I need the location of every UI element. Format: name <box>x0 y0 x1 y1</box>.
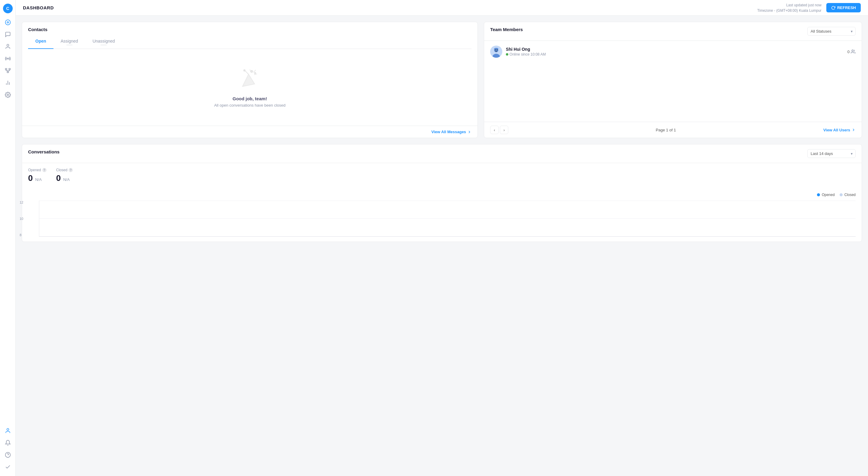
view-all-users-link[interactable]: View All Users <box>823 128 856 132</box>
refresh-button[interactable]: REFRESH <box>826 3 861 12</box>
gridline-2 <box>39 218 856 219</box>
svg-rect-4 <box>5 69 7 70</box>
avatar-person-icon <box>490 45 502 58</box>
legend-closed: Closed <box>840 193 856 197</box>
y-label-8: 8 <box>20 233 23 237</box>
contacts-card-header: Contacts Open Assigned Unassigned <box>22 22 477 49</box>
opened-stat: Opened ? 0 N/A <box>28 168 46 183</box>
team-members-title: Team Members <box>490 27 523 32</box>
svg-rect-6 <box>7 71 8 73</box>
opened-info-icon[interactable]: ? <box>42 168 46 172</box>
period-filter-select[interactable]: Last 14 days Last 7 days Last 30 days <box>807 149 856 158</box>
sidebar: C <box>0 0 16 476</box>
member-status: Online since 10:08 AM <box>506 52 844 57</box>
sidebar-item-chat[interactable] <box>2 29 13 40</box>
page-title: DASHBOARD <box>23 5 54 10</box>
tab-assigned[interactable]: Assigned <box>54 36 86 49</box>
legend-closed-label: Closed <box>844 193 856 197</box>
sidebar-item-contacts[interactable] <box>2 41 13 52</box>
closed-info-icon[interactable]: ? <box>68 168 73 172</box>
tab-open-label: Open <box>35 39 46 43</box>
member-avatar <box>490 45 502 58</box>
contacts-empty-state: Good job, team! All open conversations h… <box>22 49 477 126</box>
people-icon <box>851 49 856 54</box>
sidebar-item-settings[interactable] <box>2 89 13 100</box>
closed-stat: Closed ? 0 N/A <box>56 168 73 183</box>
sidebar-item-notifications[interactable] <box>2 437 13 448</box>
sidebar-item-reports[interactable] <box>2 77 13 88</box>
status-filter-select[interactable]: All Statuses Online Offline Busy <box>807 27 856 36</box>
closed-na: N/A <box>63 177 70 182</box>
tab-assigned-indicator <box>66 45 72 45</box>
page-navigation: ‹ › <box>490 126 508 134</box>
team-member-row: Shi Hui Ong Online since 10:08 AM 0 <box>484 41 862 63</box>
party-popper-icon <box>238 67 262 91</box>
last-updated-text: Last updated just now <box>757 2 822 8</box>
legend-opened: Opened <box>817 193 835 197</box>
chart-legend: Opened Closed <box>28 193 856 197</box>
sidebar-item-checkmark[interactable] <box>2 462 13 472</box>
member-name: Shi Hui Ong <box>506 47 844 52</box>
chevron-right-users-icon <box>851 128 856 132</box>
opened-na: N/A <box>35 177 42 182</box>
legend-opened-dot <box>817 193 820 196</box>
sidebar-item-tree[interactable] <box>2 65 13 76</box>
empty-title: Good job, team! <box>232 96 267 101</box>
prev-page-button[interactable]: ‹ <box>490 126 499 134</box>
svg-point-27 <box>852 50 853 51</box>
count-value: 0 <box>847 50 849 54</box>
conversations-card: Conversations Last 14 days Last 7 days L… <box>22 144 862 242</box>
update-info: Last updated just now Timezone - (GMT+08… <box>757 2 822 13</box>
sidebar-item-broadcast[interactable] <box>2 53 13 64</box>
svg-point-3 <box>7 58 8 59</box>
sidebar-item-home[interactable] <box>2 17 13 28</box>
refresh-label: REFRESH <box>837 5 856 10</box>
chart-y-labels: 12 10 8 <box>20 200 23 237</box>
tab-assigned-label: Assigned <box>61 39 78 43</box>
view-all-users-label: View All Users <box>823 128 850 132</box>
tab-open[interactable]: Open <box>28 36 54 49</box>
conversations-title: Conversations <box>28 149 60 154</box>
team-members-header: Team Members All Statuses Online Offline… <box>484 22 862 41</box>
opened-label: Opened ? <box>28 168 46 172</box>
sidebar-item-help[interactable] <box>2 449 13 460</box>
tab-unassigned-label: Unassigned <box>92 39 115 43</box>
svg-point-25 <box>495 50 496 51</box>
next-page-button[interactable]: › <box>500 126 508 134</box>
svg-point-18 <box>255 72 256 74</box>
sidebar-bottom <box>2 425 13 472</box>
team-members-card: Team Members All Statuses Online Offline… <box>484 22 862 138</box>
header-right: Last updated just now Timezone - (GMT+08… <box>757 2 861 13</box>
view-all-messages-link[interactable]: View All Messages <box>431 130 471 134</box>
closed-value-row: 0 N/A <box>56 173 73 183</box>
opened-count: 0 <box>28 173 33 183</box>
contacts-footer: View All Messages <box>22 126 477 138</box>
refresh-icon <box>831 6 835 10</box>
tab-unassigned-indicator <box>100 45 106 45</box>
contacts-card: Contacts Open Assigned Unassigned <box>22 22 478 138</box>
main-content: DASHBOARD Last updated just now Timezone… <box>16 0 868 476</box>
y-label-12: 12 <box>20 200 23 204</box>
svg-rect-5 <box>9 69 10 70</box>
contacts-title: Contacts <box>28 27 471 32</box>
svg-marker-14 <box>243 74 255 86</box>
chart-container <box>39 200 856 237</box>
user-avatar[interactable]: C <box>3 4 13 13</box>
closed-label: Closed ? <box>56 168 73 172</box>
svg-point-0 <box>5 20 10 25</box>
team-pagination: ‹ › Page 1 of 1 View All Users <box>484 122 862 138</box>
empty-subtitle: All open conversations have been closed <box>214 103 285 107</box>
tab-unassigned[interactable]: Unassigned <box>85 36 122 49</box>
content-area: Contacts Open Assigned Unassigned <box>16 16 868 476</box>
conversations-header: Conversations Last 14 days Last 7 days L… <box>22 145 862 163</box>
gridline-3 <box>39 236 856 236</box>
closed-count: 0 <box>56 173 61 183</box>
svg-point-2 <box>7 44 9 46</box>
conversation-stats: Opened ? 0 N/A Closed ? 0 N/A <box>22 163 862 188</box>
period-filter-wrapper: Last 14 days Last 7 days Last 30 days <box>807 149 856 158</box>
chevron-right-icon <box>467 130 471 134</box>
chart-wrapper: 12 10 8 <box>28 200 856 237</box>
y-label-10: 10 <box>20 217 23 220</box>
sidebar-item-user-status[interactable] <box>2 425 13 436</box>
svg-line-15 <box>245 71 249 74</box>
